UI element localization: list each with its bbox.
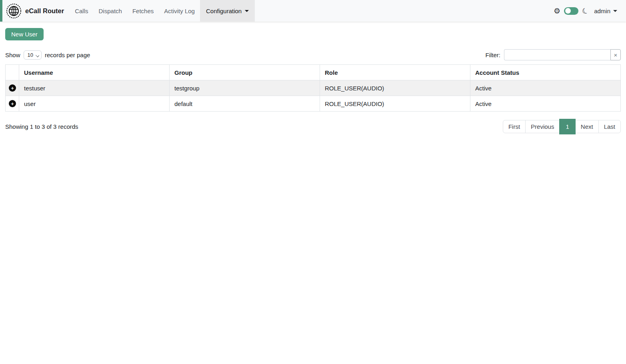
filter-group: Filter: ×: [486, 49, 621, 60]
header-username: Username: [19, 65, 170, 80]
nav-item-calls[interactable]: Calls: [70, 0, 93, 22]
table-row: + user default ROLE_USER(AUDIO) Active: [6, 96, 621, 112]
nav-item-fetches[interactable]: Fetches: [127, 0, 159, 22]
records-per-page-label: records per page: [45, 52, 90, 58]
cell-group: testgroup: [170, 80, 320, 96]
header-group: Group: [170, 65, 320, 80]
theme-toggle-knob: [565, 8, 571, 14]
cell-account-status: Active: [470, 96, 621, 112]
cell-role: ROLE_USER(AUDIO): [320, 96, 470, 112]
filter-label: Filter:: [486, 52, 501, 58]
cell-account-status: Active: [470, 80, 621, 96]
page-length-selected-value: 10: [28, 52, 33, 58]
new-user-button[interactable]: New User: [5, 28, 44, 40]
pagination-page-1-button[interactable]: 1: [559, 119, 575, 134]
header-expand-column: [6, 65, 19, 80]
user-menu-chevron-down-icon: [613, 10, 617, 12]
table-footer: Showing 1 to 3 of 3 records First Previo…: [5, 119, 621, 134]
gear-icon: ⚙: [554, 7, 560, 15]
moon-icon: ☾: [581, 6, 590, 16]
show-label: Show: [5, 52, 20, 58]
header-account-status: Account Status: [470, 65, 621, 80]
chevron-down-icon: [245, 10, 249, 12]
table-row: + testuser testgroup ROLE_USER(AUDIO) Ac…: [6, 80, 621, 96]
filter-clear-button[interactable]: ×: [610, 49, 621, 60]
pagination-previous-button[interactable]: Previous: [525, 120, 560, 133]
page-length-select[interactable]: 10: [24, 50, 42, 60]
cell-username: user: [19, 96, 170, 112]
cell-role: ROLE_USER(AUDIO): [320, 80, 470, 96]
user-menu[interactable]: admin: [594, 8, 617, 14]
nav-item-configuration[interactable]: Configuration: [200, 0, 255, 22]
cell-username: testuser: [19, 80, 170, 96]
nav-item-configuration-label: Configuration: [206, 8, 242, 14]
pagination-first-button[interactable]: First: [503, 120, 526, 133]
nav-links: Calls Dispatch Fetches Activity Log Conf…: [70, 0, 255, 22]
cell-group: default: [170, 96, 320, 112]
users-table: Username Group Role Account Status + tes…: [5, 64, 621, 112]
main-content: New User Show 10 records per page Filter…: [0, 22, 626, 134]
theme-toggle[interactable]: [564, 7, 578, 15]
pagination-next-button[interactable]: Next: [575, 120, 599, 133]
select-chevron-down-icon: [36, 54, 39, 57]
clear-x-icon: ×: [614, 52, 618, 58]
records-summary: Showing 1 to 3 of 3 records: [5, 123, 78, 130]
expand-row-icon[interactable]: +: [9, 84, 16, 92]
globe-logo-icon: [6, 4, 21, 18]
page-length-control: Show 10 records per page: [5, 50, 90, 60]
table-header-row: Username Group Role Account Status: [6, 65, 621, 80]
filter-input[interactable]: [504, 49, 610, 60]
top-navbar: eCall Router Calls Dispatch Fetches Acti…: [0, 0, 626, 22]
brand-title: eCall Router: [25, 7, 64, 15]
brand[interactable]: eCall Router: [2, 0, 70, 22]
table-controls-row: Show 10 records per page Filter: ×: [5, 49, 621, 60]
header-role: Role: [320, 65, 470, 80]
expand-row-icon[interactable]: +: [9, 100, 16, 107]
nav-item-dispatch[interactable]: Dispatch: [94, 0, 127, 22]
nav-item-activity-log[interactable]: Activity Log: [159, 0, 200, 22]
navbar-right: ⚙ ☾ admin: [554, 0, 626, 22]
user-menu-label: admin: [594, 8, 610, 14]
pagination: First Previous 1 Next Last: [503, 119, 621, 134]
pagination-last-button[interactable]: Last: [598, 120, 621, 133]
